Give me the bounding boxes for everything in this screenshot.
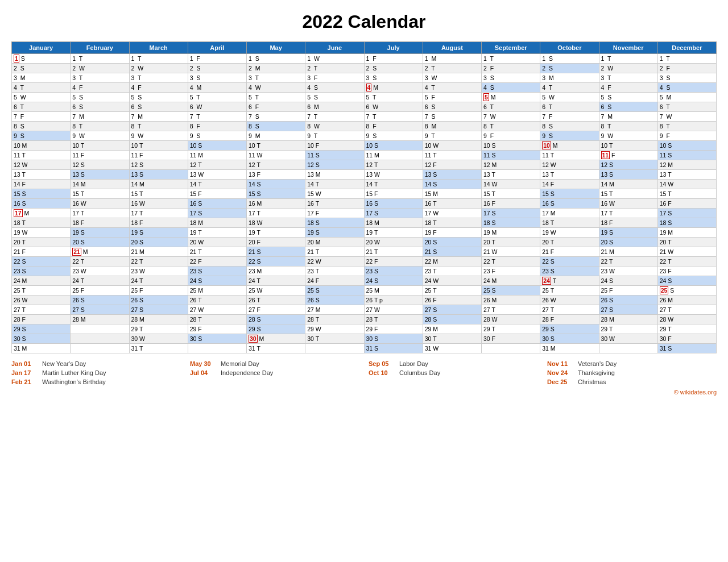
table-row: 13 T: [12, 170, 71, 180]
table-row: 9 F: [657, 131, 716, 141]
table-row: 2 F: [657, 64, 716, 73]
table-row: 17 S: [482, 209, 540, 218]
table-row: 26 T: [188, 295, 246, 305]
holiday-item: Jul 04 Independence Day: [190, 369, 359, 376]
table-row: 3 T: [129, 73, 188, 83]
table-row: 9 T: [423, 131, 481, 141]
table-row: [305, 344, 364, 353]
table-row: 4 T: [423, 83, 481, 93]
table-row: 2 T: [423, 64, 481, 73]
table-row: 7 S: [247, 112, 305, 122]
table-row: 27 S: [129, 305, 188, 315]
holiday-item: Jan 17 Martin Luther King Day: [11, 369, 181, 376]
table-row: 23 M: [247, 267, 305, 276]
table-row: 5 M: [657, 93, 716, 102]
table-row: 21 T: [305, 247, 364, 257]
table-row: 30 T: [423, 334, 481, 344]
table-row: 8 T: [599, 122, 657, 131]
table-row: 7 S: [423, 112, 481, 122]
table-row: 17 T: [129, 209, 188, 218]
table-row: 16 S: [12, 199, 71, 209]
table-row: 15 W: [305, 189, 364, 199]
table-row: 22 F: [188, 257, 246, 267]
table-row: [71, 334, 129, 344]
table-row: 4 S: [305, 83, 364, 93]
table-row: 4 M: [364, 83, 423, 93]
table-row: 15 F: [364, 189, 423, 199]
table-row: 2 W: [71, 64, 129, 73]
holiday-item: Nov 24 Thanksgiving: [547, 369, 717, 376]
table-row: 5 T: [247, 93, 305, 102]
table-row: 15 T: [657, 189, 716, 199]
table-row: 10 S: [482, 141, 540, 151]
table-row: 28 W: [482, 315, 540, 324]
table-row: 23 S: [540, 267, 599, 276]
table-row: 13 S: [71, 170, 129, 180]
table-row: 19 W: [540, 228, 599, 238]
header-march: March: [129, 42, 188, 54]
table-row: 17 M: [12, 209, 71, 218]
table-row: 19 T: [188, 228, 246, 238]
table-row: 25 T: [423, 286, 481, 295]
table-row: 8 S: [540, 122, 599, 131]
table-row: 6 W: [188, 102, 246, 112]
table-row: 14 M: [129, 180, 188, 189]
table-row: 24 S: [364, 276, 423, 286]
table-row: 13 W: [364, 170, 423, 180]
table-row: 10 S: [364, 141, 423, 151]
table-row: 15 T: [71, 189, 129, 199]
table-row: 10 M: [540, 141, 599, 151]
table-row: 8 F: [364, 122, 423, 131]
table-row: 21 T: [188, 247, 246, 257]
table-row: 2 S: [540, 64, 599, 73]
table-row: 9 T: [305, 131, 364, 141]
table-row: 18 M: [188, 218, 246, 228]
table-row: 12 S: [599, 160, 657, 170]
table-row: 2 S: [188, 64, 246, 73]
table-row: 30 S: [364, 334, 423, 344]
table-row: 6 W: [364, 102, 423, 112]
table-row: 6 T: [12, 102, 71, 112]
table-row: 8 M: [423, 122, 481, 131]
table-row: 10 M: [12, 141, 71, 151]
table-row: 7 M: [71, 112, 129, 122]
table-row: 3 T: [247, 73, 305, 83]
table-row: 16 S: [540, 199, 599, 209]
header-august: August: [423, 42, 481, 54]
table-row: 8 S: [12, 122, 71, 131]
table-row: 24 T: [540, 276, 599, 286]
table-row: 6 S: [129, 102, 188, 112]
table-row: 20 T: [482, 238, 540, 247]
table-row: 1 S: [247, 54, 305, 64]
header-may: May: [247, 42, 305, 54]
table-row: 23 W: [71, 267, 129, 276]
table-row: 29 S: [540, 324, 599, 334]
table-row: 29 M: [423, 324, 481, 334]
table-row: 1 F: [364, 54, 423, 64]
table-row: 1 T: [482, 54, 540, 64]
table-row: 24 S: [599, 276, 657, 286]
table-row: 30 M: [247, 334, 305, 344]
table-row: 28 T: [364, 315, 423, 324]
table-row: 16 M: [247, 199, 305, 209]
table-row: 4 F: [129, 83, 188, 93]
table-row: 22 T: [129, 257, 188, 267]
table-row: 30 S: [12, 334, 71, 344]
table-row: 26 M: [657, 295, 716, 305]
table-row: 5 S: [129, 93, 188, 102]
table-row: 12 S: [305, 160, 364, 170]
table-row: 27 T: [482, 305, 540, 315]
table-row: 1 T: [71, 54, 129, 64]
table-row: 26 M: [482, 295, 540, 305]
table-row: 31 T: [247, 344, 305, 353]
holiday-item: Nov 11 Veteran's Day: [547, 360, 717, 367]
table-row: 24 T: [247, 276, 305, 286]
table-row: 7 M: [599, 112, 657, 122]
table-row: 2 S: [364, 64, 423, 73]
table-row: 17 S: [657, 209, 716, 218]
table-row: 20 S: [71, 238, 129, 247]
table-row: 10 T: [247, 141, 305, 151]
table-row: 11 M: [364, 151, 423, 160]
table-row: 5 S: [599, 93, 657, 102]
table-row: 19 M: [657, 228, 716, 238]
